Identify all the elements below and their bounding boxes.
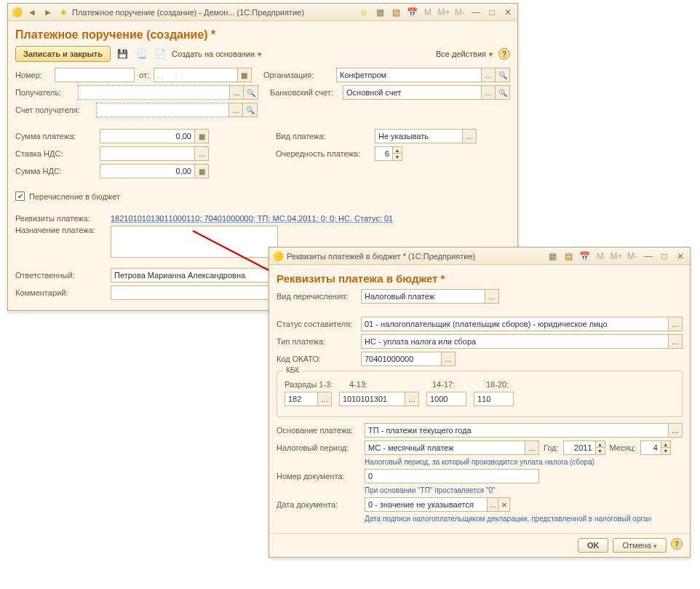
nav-fwd-icon[interactable]: ► bbox=[41, 7, 55, 18]
year-input[interactable] bbox=[563, 440, 595, 455]
kbk1417-label: 14-17: bbox=[432, 380, 476, 389]
recipient-input[interactable] bbox=[78, 85, 229, 100]
m-minus-icon[interactable]: M- bbox=[626, 250, 639, 262]
org-search-icon[interactable]: 🔍 bbox=[496, 68, 510, 82]
m-plus-icon[interactable]: M+ bbox=[437, 7, 450, 18]
all-actions-menu[interactable]: Все действия▼ bbox=[436, 50, 494, 58]
pay-kind-input[interactable] bbox=[375, 129, 462, 143]
minimize-icon[interactable]: — bbox=[642, 250, 655, 262]
transfer-kind-input[interactable] bbox=[361, 289, 485, 304]
year-spinner[interactable]: ▲▼ bbox=[595, 440, 605, 455]
cancel-button[interactable]: Отмена ▾ bbox=[613, 538, 667, 553]
month-input[interactable] bbox=[640, 440, 661, 455]
doc-number-input[interactable] bbox=[365, 469, 539, 483]
doc-date-clear-icon[interactable]: ✕ bbox=[498, 497, 510, 512]
month-spinner[interactable]: ▲▼ bbox=[661, 440, 671, 455]
pay-type-label: Тип платежа: bbox=[277, 337, 357, 346]
help-icon[interactable]: ? bbox=[671, 538, 683, 550]
star-icon[interactable]: ★ bbox=[57, 7, 69, 18]
calendar-icon[interactable]: 📅 bbox=[405, 7, 418, 18]
okato-input[interactable] bbox=[361, 352, 441, 366]
close-icon[interactable]: ✕ bbox=[674, 250, 687, 262]
pay-basis-label: Основание платежа: bbox=[277, 426, 360, 435]
doc-date-select-icon[interactable]: … bbox=[487, 497, 498, 512]
maximize-icon[interactable]: □ bbox=[658, 250, 671, 262]
report-icon[interactable]: 📃 bbox=[134, 47, 148, 61]
recipient-search-icon[interactable]: 🔍 bbox=[244, 85, 258, 100]
budget-transfer-checkbox[interactable]: ✔ bbox=[15, 191, 25, 201]
pay-sum-label: Сумма платежа: bbox=[15, 132, 95, 141]
app-icon: 🟡 bbox=[272, 250, 284, 262]
tax-period-select-icon[interactable]: … bbox=[525, 440, 539, 455]
okato-select-icon[interactable]: … bbox=[441, 352, 456, 366]
grid-icon[interactable]: ▦ bbox=[373, 7, 386, 18]
recip-account-search-icon[interactable]: 🔍 bbox=[243, 103, 258, 117]
pay-type-input[interactable] bbox=[361, 334, 668, 349]
recip-account-select-icon[interactable]: … bbox=[228, 103, 243, 117]
titlebar[interactable]: 🟡 Реквизиты платежей в бюджет * (1С:Пред… bbox=[269, 248, 690, 265]
kbk1417-input[interactable] bbox=[426, 392, 466, 406]
pay-sum-input[interactable] bbox=[100, 129, 194, 143]
org-select-icon[interactable]: … bbox=[481, 68, 496, 82]
save-icon[interactable]: 💾 bbox=[115, 47, 130, 61]
pay-basis-input[interactable] bbox=[365, 423, 668, 438]
m-icon[interactable]: M bbox=[421, 7, 434, 18]
pay-kind-select-icon[interactable]: … bbox=[462, 129, 477, 143]
fav-add-icon[interactable]: ✩ bbox=[357, 7, 370, 18]
kbk-legend: КБК bbox=[283, 366, 302, 374]
m-icon[interactable]: M bbox=[594, 250, 607, 262]
recipient-select-icon[interactable]: … bbox=[229, 85, 244, 100]
doc-icon[interactable]: 📄 bbox=[153, 47, 167, 61]
pay-sum-calc-icon[interactable]: ▦ bbox=[194, 129, 209, 143]
vat-sum-calc-icon[interactable]: ▦ bbox=[194, 164, 209, 178]
transfer-kind-select-icon[interactable]: … bbox=[485, 289, 499, 304]
nav-back-icon[interactable]: ◄ bbox=[25, 7, 39, 18]
kbk13-input[interactable] bbox=[285, 392, 317, 406]
comment-input[interactable] bbox=[111, 285, 278, 300]
calc-icon[interactable]: ▤ bbox=[562, 250, 575, 262]
pay-priority-spinner[interactable]: ▲▼ bbox=[392, 146, 402, 161]
vat-rate-select-icon[interactable]: … bbox=[194, 146, 209, 161]
number-input[interactable] bbox=[55, 68, 135, 82]
doc-number-hint: При основании "ТП" проставляется "0" bbox=[365, 486, 496, 494]
close-icon[interactable]: ✕ bbox=[501, 7, 514, 18]
org-input[interactable] bbox=[336, 68, 481, 82]
calendar-picker-icon[interactable]: ▦ bbox=[237, 68, 252, 82]
compiler-status-select-icon[interactable]: … bbox=[668, 317, 683, 331]
m-minus-icon[interactable]: M- bbox=[453, 7, 466, 18]
grid-icon[interactable]: ▦ bbox=[546, 250, 559, 262]
bank-account-input[interactable] bbox=[343, 85, 481, 100]
create-based-menu[interactable]: Создать на основании▼ bbox=[172, 50, 263, 58]
recip-account-input[interactable] bbox=[96, 103, 228, 117]
compiler-status-input[interactable] bbox=[361, 317, 668, 331]
kbk13-select-icon[interactable]: … bbox=[317, 392, 332, 406]
titlebar[interactable]: 🟡 ◄ ► ★ Платежное поручение (создание) -… bbox=[8, 4, 517, 21]
responsible-input[interactable] bbox=[111, 268, 278, 282]
kbk413-input[interactable] bbox=[339, 392, 405, 406]
save-close-button[interactable]: Записать и закрыть bbox=[15, 46, 111, 62]
minimize-icon[interactable]: — bbox=[469, 7, 482, 18]
bank-account-search-icon[interactable]: 🔍 bbox=[496, 85, 510, 100]
pay-details-label: Реквизиты платежа: bbox=[15, 214, 106, 223]
help-icon[interactable]: ? bbox=[498, 48, 510, 60]
vat-sum-input[interactable] bbox=[100, 164, 194, 178]
from-label: от: bbox=[139, 71, 149, 79]
ok-button[interactable]: OK bbox=[578, 538, 609, 553]
kbk413-select-icon[interactable]: … bbox=[405, 392, 419, 406]
pay-details-link[interactable]: 18210101013011000110; 70401000000; ТП; М… bbox=[111, 214, 393, 223]
m-plus-icon[interactable]: M+ bbox=[610, 250, 623, 262]
pay-purpose-input[interactable] bbox=[111, 226, 278, 258]
kbk1820-input[interactable] bbox=[474, 392, 514, 406]
doc-date-input[interactable] bbox=[365, 497, 487, 512]
toolbar: Записать и закрыть 💾 📃 📄 Создать на осно… bbox=[15, 46, 510, 62]
calc-icon[interactable]: ▤ bbox=[389, 7, 402, 18]
maximize-icon[interactable]: □ bbox=[485, 7, 498, 18]
calendar-icon[interactable]: 📅 bbox=[578, 250, 591, 262]
date-input[interactable] bbox=[154, 68, 237, 82]
tax-period-input[interactable] bbox=[365, 440, 525, 455]
pay-priority-input[interactable] bbox=[375, 146, 392, 161]
bank-account-select-icon[interactable]: … bbox=[481, 85, 496, 100]
vat-rate-input[interactable] bbox=[100, 146, 194, 161]
pay-type-select-icon[interactable]: … bbox=[668, 334, 683, 349]
pay-basis-select-icon[interactable]: … bbox=[668, 423, 683, 438]
